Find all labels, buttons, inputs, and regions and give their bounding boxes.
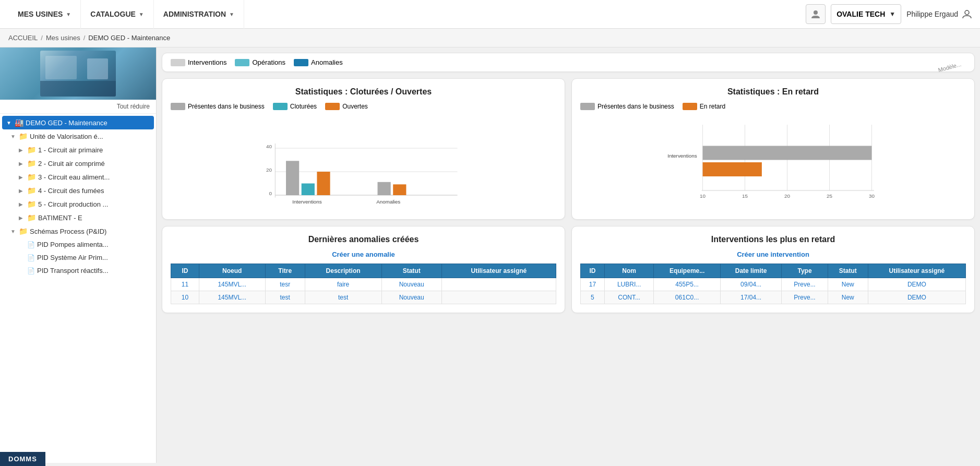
- legend-color-anomalies: [294, 59, 308, 66]
- tree-item-label: DEMO GED - Maintenance: [26, 119, 107, 127]
- cell-user: DEMO: [868, 291, 965, 304]
- arrow-right-icon: ▶: [19, 174, 25, 180]
- breadcrumb-accueil[interactable]: ACCUEIL: [8, 34, 38, 42]
- svg-text:Interventions: Interventions: [667, 153, 697, 159]
- legend-color-en-retard: [683, 103, 697, 110]
- svg-text:40: 40: [266, 144, 272, 149]
- tree-item-circuit-air-primaire[interactable]: ▶ 📁 1 - Circuit air primaire: [0, 143, 156, 157]
- col-nom: Nom: [604, 264, 653, 278]
- tree-item-pid-pompes[interactable]: ▶ 📄 PID Pompes alimenta...: [0, 238, 156, 251]
- legend-label-business: Présentes dans le business: [188, 103, 265, 110]
- table-row[interactable]: 17 LUBRI... 455P5... 09/04... Preve... N…: [581, 278, 966, 291]
- nav-mes-usines-label: MES USINES: [18, 10, 63, 18]
- interventions-table: ID Nom Equipeme... Date limite Type Stat…: [580, 264, 966, 304]
- cell-id: 11: [171, 278, 199, 291]
- collapse-all-label: Tout réduire: [117, 103, 150, 110]
- tree-item-label: PID Pompes alimenta...: [37, 241, 109, 248]
- legend-ouvertes: Ouvertes: [325, 103, 368, 110]
- cell-id: 10: [171, 291, 199, 304]
- legend-interventions: Interventions: [171, 58, 226, 66]
- legend-card: Interventions Opérations Anomalies Modèl…: [162, 53, 975, 72]
- folder-icon: 📁: [27, 146, 36, 154]
- col-titre: Titre: [265, 264, 305, 278]
- nav-administration[interactable]: ADMINISTRATION ▼: [154, 0, 244, 29]
- tree-item-circuit-eau[interactable]: ▶ 📁 3 - Circuit eau aliment...: [0, 170, 156, 184]
- table-header-row: ID Nom Equipeme... Date limite Type Stat…: [581, 264, 966, 278]
- chevron-down-icon: ▼: [229, 11, 234, 17]
- user-avatar-button[interactable]: [806, 4, 826, 24]
- cell-equipement: 061C0...: [654, 291, 721, 304]
- bottom-bar: DOMMS: [0, 452, 45, 463]
- main-layout: Tout réduire ▼ 🏭 DEMO GED - Maintenance …: [0, 47, 980, 463]
- tree-item-circuit-production[interactable]: ▶ 📁 5 - Circuit production ...: [0, 197, 156, 211]
- folder-icon: 📁: [27, 213, 36, 222]
- company-selector[interactable]: OVALIE TECH ▼: [831, 4, 901, 24]
- card-closed-open: Statistiques : Cloturées / Ouvertes Prés…: [162, 78, 565, 220]
- legend-color-operations: [235, 59, 249, 66]
- cell-statut: New: [828, 291, 868, 304]
- cell-date-limite: 17/04...: [720, 291, 782, 304]
- breadcrumb-mes-usines[interactable]: Mes usines: [46, 34, 80, 42]
- user-name-display[interactable]: Philippe Ergaud: [906, 9, 972, 19]
- table-row[interactable]: 5 CONT... 061C0... 17/04... Preve... New…: [581, 291, 966, 304]
- tree-item-schemas-process[interactable]: ▼ 📁 Schémas Process (P&ID): [0, 224, 156, 238]
- pdf-icon: 📄: [27, 241, 35, 248]
- legend-label-business-late: Présentes dans le business: [597, 103, 674, 110]
- tree-item-batiment[interactable]: ▶ 📁 BATIMENT - E: [0, 211, 156, 224]
- table-row[interactable]: 10 145MVL... test test Nouveau: [171, 291, 556, 304]
- pdf-icon: 📄: [27, 254, 35, 261]
- cell-noeud: 145MVL...: [199, 278, 265, 291]
- factory-icon: 🏭: [15, 118, 23, 127]
- tree-item-label: 2 - Ciruit air comprimé: [38, 160, 105, 168]
- nav-right-section: OVALIE TECH ▼ Philippe Ergaud: [806, 4, 972, 24]
- collapse-all-button[interactable]: Tout réduire: [0, 100, 156, 114]
- bar-interventions-cloturees: [302, 184, 315, 196]
- chevron-down-icon: ▼: [139, 11, 144, 17]
- cell-type: Preve...: [782, 291, 828, 304]
- sidebar-tree: ▼ 🏭 DEMO GED - Maintenance ▼ 📁 Unité de …: [0, 114, 156, 463]
- tree-item-pid-systeme[interactable]: ▶ 📄 PID Système Air Prim...: [0, 251, 156, 264]
- tree-item-label: BATIMENT - E: [38, 214, 82, 222]
- tree-item-unite[interactable]: ▼ 📁 Unité de Valorisation é...: [0, 129, 156, 143]
- legend-business-late: Présentes dans le business: [580, 103, 674, 110]
- tree-item-demo-ged[interactable]: ▼ 🏭 DEMO GED - Maintenance: [2, 116, 154, 129]
- folder-icon: 📁: [27, 173, 36, 181]
- col-user: Utilisateur assigné: [868, 264, 965, 278]
- col-statut: Statut: [828, 264, 868, 278]
- sidebar-image: [0, 47, 156, 100]
- arrow-right-icon: ▶: [19, 161, 25, 166]
- nav-mes-usines[interactable]: MES USINES ▼: [8, 0, 81, 29]
- tree-item-pid-transport[interactable]: ▶ 📄 PID Transport réactifs...: [0, 264, 156, 277]
- card-interventions-late: Interventions les plus en retard Créer u…: [571, 226, 975, 313]
- create-intervention-link[interactable]: Créer une intervention: [580, 250, 966, 258]
- arrow-right-icon: ▶: [19, 147, 25, 153]
- table-row[interactable]: 11 145MVL... tesr faire Nouveau: [171, 278, 556, 291]
- col-noeud: Noeud: [199, 264, 265, 278]
- folder-icon: 📁: [27, 186, 36, 195]
- cell-user: DEMO: [868, 278, 965, 291]
- folder-icon: 📁: [19, 227, 28, 235]
- legend-label-cloturees: Cloturées: [290, 103, 317, 110]
- arrow-right-icon: ▶: [19, 201, 25, 207]
- card-anomalies: Dernières anomalies créées Créer une ano…: [162, 226, 565, 313]
- chevron-down-icon: ▼: [66, 11, 71, 17]
- svg-text:15: 15: [742, 193, 748, 199]
- bottom-bar-label: DOMMS: [8, 455, 37, 463]
- nav-catalogue[interactable]: CATALOGUE ▼: [81, 0, 154, 29]
- anomalies-table: ID Noeud Titre Description Statut Utilis…: [171, 264, 556, 304]
- col-id: ID: [581, 264, 605, 278]
- breadcrumb-current: DEMO GED - Maintenance: [88, 34, 170, 42]
- folder-icon: 📁: [19, 132, 28, 140]
- legend-cloturees: Cloturées: [273, 103, 317, 110]
- svg-point-1: [965, 10, 969, 15]
- tree-item-circuit-fumees[interactable]: ▶ 📁 4 - Circuit des fumées: [0, 184, 156, 197]
- legend-label-operations: Opérations: [252, 58, 285, 66]
- tree-item-label: Schémas Process (P&ID): [30, 228, 106, 235]
- col-date-limite: Date limite: [720, 264, 782, 278]
- sidebar: Tout réduire ▼ 🏭 DEMO GED - Maintenance …: [0, 47, 157, 463]
- cell-user: [441, 291, 556, 304]
- create-anomaly-link[interactable]: Créer une anomalie: [171, 250, 556, 258]
- arrow-down-icon: ▼: [10, 229, 17, 234]
- tree-item-ciruit-air-comprime[interactable]: ▶ 📁 2 - Ciruit air comprimé: [0, 157, 156, 170]
- legend-color-ouvertes: [325, 103, 340, 110]
